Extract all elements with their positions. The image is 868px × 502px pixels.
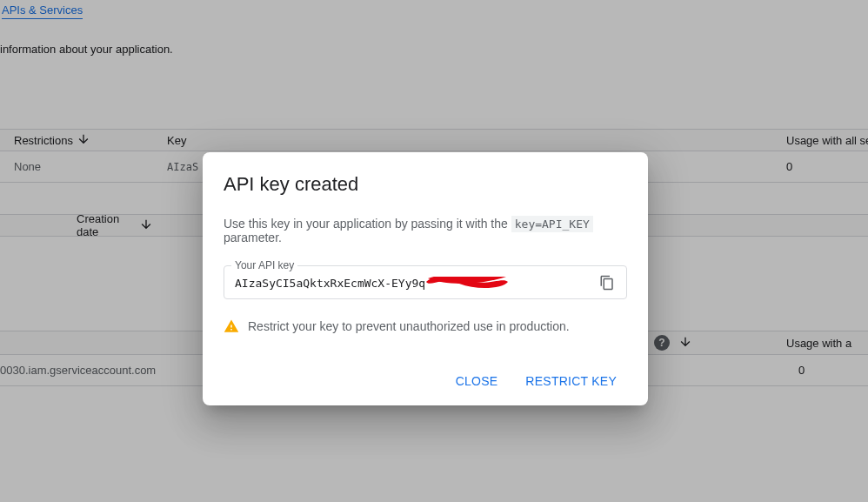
dialog-description: Use this key in your application by pass… <box>224 217 627 244</box>
warning-icon <box>224 318 239 334</box>
warning-text: Restrict your key to prevent unauthorize… <box>248 319 570 333</box>
close-button[interactable]: CLOSE <box>445 367 509 395</box>
restrict-key-button[interactable]: RESTRICT KEY <box>515 367 627 395</box>
copy-icon <box>599 275 615 291</box>
copy-api-key-button[interactable] <box>595 271 619 295</box>
desc-code: key=API_KEY <box>511 216 593 232</box>
api-key-created-dialog: API key created Use this key in your app… <box>203 152 648 405</box>
desc-post: parameter. <box>224 231 282 244</box>
api-key-field: Your API key AIzaSyCI5aQktxRxEcmWcX-EYy9… <box>224 265 627 299</box>
api-key-text: AIzaSyCI5aQktxRxEcmWcX-EYy9q <box>235 277 425 290</box>
dialog-title: API key created <box>224 173 627 196</box>
warning-message: Restrict your key to prevent unauthorize… <box>224 318 627 334</box>
redaction-mark <box>424 277 510 290</box>
dialog-actions: CLOSE RESTRICT KEY <box>224 367 627 395</box>
desc-pre: Use this key in your application by pass… <box>224 217 511 231</box>
api-key-field-label: Your API key <box>231 259 297 271</box>
api-key-value[interactable]: AIzaSyCI5aQktxRxEcmWcX-EYy9q <box>235 277 588 290</box>
